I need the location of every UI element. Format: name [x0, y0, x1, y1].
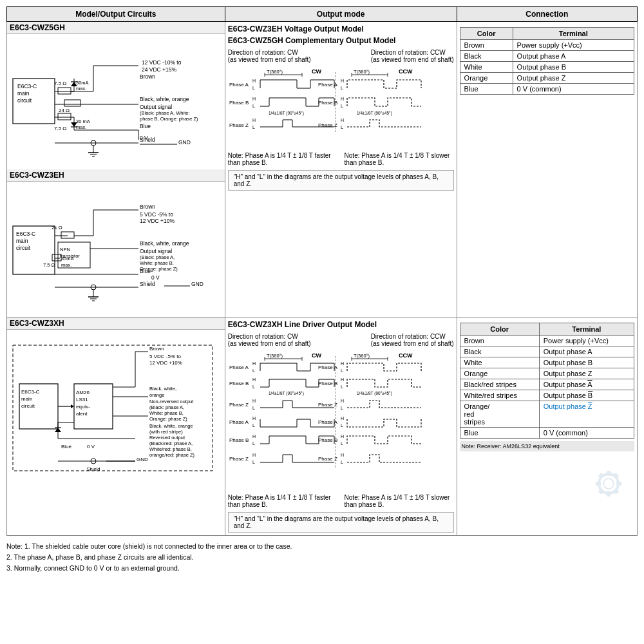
svg-text:Black, white, orange: Black, white, orange [149, 423, 193, 429]
svg-text:T(360°): T(360°) [267, 69, 283, 75]
svg-text:Blue: Blue [140, 123, 151, 129]
header-col1: Model/Output Circuits [7, 7, 225, 22]
svg-text:(Black: phase A, White:: (Black: phase A, White: [140, 110, 190, 116]
svg-text:Non-reversed output: Non-reversed output [149, 399, 194, 404]
svg-text:L: L [252, 368, 255, 373]
terminal-black-red-3: Output phase A [539, 379, 634, 390]
svg-text:T(360°): T(360°) [354, 353, 370, 359]
svg-text:Phase A: Phase A [318, 419, 337, 425]
svg-text:0 V: 0 V [87, 444, 95, 450]
svg-text:L: L [341, 460, 343, 464]
svg-text:H: H [252, 399, 256, 403]
svg-text:Blue: Blue [61, 444, 72, 450]
svg-text:Phase B: Phase B [229, 437, 249, 443]
svg-text:12 VDC +10%: 12 VDC +10% [140, 218, 175, 224]
svg-rect-215 [607, 491, 611, 497]
rotation-ccw-sub-1: (as viewed from end of shaft) [371, 56, 454, 63]
output-col-row2: E6C3-CWZ3XH Line Driver Output Model Dir… [225, 317, 457, 536]
svg-text:Black, white, orange: Black, white, orange [140, 96, 189, 102]
svg-text:E6C3-C: E6C3-C [16, 231, 35, 237]
svg-text:T(360°): T(360°) [354, 69, 370, 75]
svg-text:main: main [16, 238, 28, 244]
svg-text:circuit: circuit [16, 245, 31, 251]
footer-note-1: Note: 1. The shielded cable outer core (… [6, 541, 638, 552]
color-brown-1: Brown [460, 40, 513, 51]
note-ccw-3: Note: Phase A is 1/4 T ± 1/8 T slower th… [345, 494, 454, 508]
svg-text:L: L [252, 406, 255, 410]
svg-text:H: H [341, 377, 344, 382]
svg-text:24 Ω: 24 Ω [59, 108, 70, 113]
svg-rect-217 [616, 482, 621, 486]
svg-text:7.5 Ω: 7.5 Ω [54, 80, 66, 86]
svg-rect-216 [596, 482, 601, 486]
svg-text:Phase Z: Phase Z [229, 456, 249, 462]
svg-text:max.: max. [76, 86, 86, 91]
terminal-brown-3: Power supply (+Vcc) [539, 336, 634, 346]
svg-text:L: L [252, 104, 255, 108]
svg-text:7.5 Ω: 7.5 Ω [43, 262, 55, 268]
terminal-white-3: Output phase B [539, 357, 634, 368]
header-col3: Connection [457, 7, 637, 22]
svg-text:H: H [252, 434, 256, 439]
conn-header-terminal-3: Terminal [539, 323, 634, 336]
svg-text:H: H [341, 361, 344, 366]
svg-text:Blue: Blue [140, 268, 151, 274]
svg-text:1/4±1/8T (90°±45°): 1/4±1/8T (90°±45°) [357, 111, 392, 116]
svg-text:NPN: NPN [60, 247, 70, 252]
conn-row: Blue 0 V (common) [460, 84, 634, 95]
svg-text:Reversed output: Reversed output [149, 435, 185, 440]
watermark [460, 458, 634, 511]
svg-text:GND: GND [137, 457, 148, 462]
rotation-ccw-sub-3: (as viewed from end of shaft) [371, 340, 454, 347]
rotation-cw-sub-1: (as viewed from end of shaft) [228, 56, 311, 63]
svg-text:7.5 Ω: 7.5 Ω [54, 126, 66, 131]
svg-text:phase B, Orange: phase Z): phase B, Orange: phase Z) [140, 116, 198, 122]
conn-header-color-3: Color [460, 323, 539, 336]
svg-text:H: H [341, 97, 344, 101]
svg-rect-218 [598, 473, 604, 478]
svg-text:H: H [341, 453, 344, 457]
svg-text:2k Ω: 2k Ω [52, 225, 62, 231]
svg-marker-129 [71, 404, 74, 408]
footer-note-3: 3. Normally, connect GND to 0 V or to an… [6, 563, 638, 574]
note-cw-3: Note: Phase A is 1/4 T ± 1/8 T faster th… [228, 494, 337, 508]
output-col-row1: E6C3-CWZ3EH Voltage Output Model E6C3-CW… [225, 22, 457, 317]
svg-text:L: L [341, 125, 343, 129]
svg-text:H: H [252, 118, 256, 122]
svg-text:max.: max. [76, 124, 86, 130]
conn-row: Blue 0 V (common) [460, 428, 634, 439]
waveform-diagram-3: CW CCW T(360°) T(360°) Phase A H [228, 350, 454, 493]
svg-text:L: L [341, 104, 343, 108]
conn-note-3: Note: Receiver: AM26LS32 equivalent [460, 441, 634, 451]
svg-marker-159 [55, 428, 61, 432]
svg-text:H: H [252, 361, 256, 366]
rotation-ccw-1: Direction of rotation: CCW [371, 49, 454, 56]
svg-text:H: H [341, 118, 344, 122]
svg-text:H: H [252, 377, 256, 382]
svg-text:Shield: Shield [87, 466, 100, 472]
header-col2: Output mode [225, 7, 457, 22]
svg-text:Phase Z: Phase Z [318, 122, 337, 128]
svg-text:30mA: 30mA [76, 80, 89, 86]
svg-text:Phase B: Phase B [318, 381, 337, 386]
svg-text:5 VDC -5% to: 5 VDC -5% to [140, 211, 173, 218]
svg-text:LS31: LS31 [76, 397, 88, 402]
svg-text:Phase A: Phase A [229, 419, 249, 425]
svg-text:1/4±1/8T (90°±45°): 1/4±1/8T (90°±45°) [269, 111, 304, 116]
conn-row: Black/red stripes Output phase A [460, 379, 634, 390]
svg-text:GND: GND [191, 281, 204, 287]
svg-rect-18 [64, 100, 80, 106]
output-title-3: E6C3-CWZ3XH Line Driver Output Model [228, 320, 454, 329]
svg-text:0 V: 0 V [151, 274, 160, 281]
svg-text:H: H [252, 79, 256, 83]
svg-text:1/4±1/8T (90°±45°): 1/4±1/8T (90°±45°) [357, 391, 392, 396]
svg-text:main: main [17, 90, 30, 97]
terminal-white-1: Output phase B [513, 62, 634, 73]
svg-rect-219 [613, 473, 619, 478]
svg-text:L: L [252, 460, 255, 464]
circuit-col-row2: E6C3-CWZ3XH E6C3-C main circuit AM26 LS3… [7, 317, 225, 536]
note-cw-1: Note: Phase A is 1/4 T ± 1/8 T faster th… [228, 152, 337, 166]
svg-text:Brown: Brown [149, 346, 164, 352]
note-ccw-1: Note: Phase A is 1/4 T ± 1/8 T slower th… [345, 152, 454, 166]
svg-text:L: L [341, 406, 343, 410]
